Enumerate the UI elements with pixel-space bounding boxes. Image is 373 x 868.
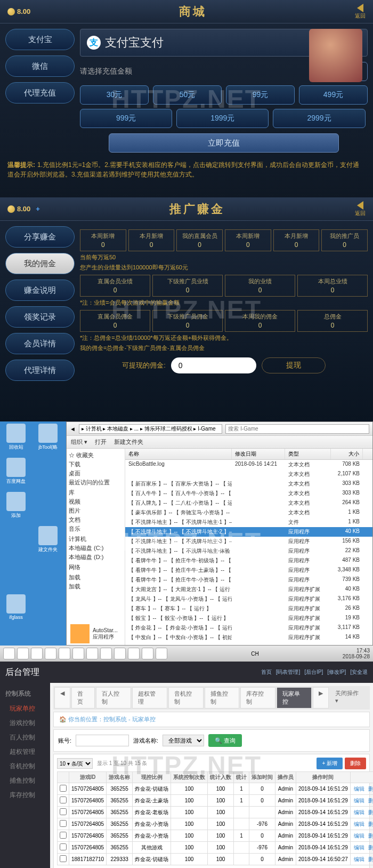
tree-item[interactable]: 库: [69, 488, 123, 497]
amount-30[interactable]: 30元: [80, 85, 149, 105]
tab-alipay[interactable]: 支付宝: [5, 29, 75, 50]
desktop-icon[interactable]: 添加: [2, 492, 30, 519]
filter-search-button[interactable]: 🔍 查询: [208, 734, 242, 747]
close-tabs[interactable]: 关闭操作 ▾: [330, 687, 369, 708]
file-row[interactable]: 【 豪车俱乐部 】-- 【 奔驰宝马·小资场 】-- 【 运行 】文本文档1 K…: [125, 508, 372, 517]
file-row[interactable]: 【 炸金花 】-- 【 炸金花·小资场 】-- 【 运行 】应用程序扩展3,11…: [125, 623, 372, 633]
amount-50[interactable]: 50元: [153, 85, 222, 105]
side-game-control[interactable]: 游戏控制: [0, 716, 50, 730]
table-row[interactable]: 18817182710229333炸金花·切磋场1001000Admin2018…: [58, 854, 374, 865]
amount-999[interactable]: 999元: [80, 109, 172, 128]
tab-player-control[interactable]: 玩家单控: [277, 687, 312, 708]
search-input[interactable]: [225, 424, 369, 434]
tab-agent[interactable]: 代理充值: [5, 82, 75, 103]
amount-499[interactable]: 499元: [299, 85, 368, 105]
side-fish-control[interactable]: 捕鱼控制: [0, 774, 50, 788]
table-row[interactable]: 15707264805365255炸金花·土豪场10010010Admin201…: [58, 795, 374, 807]
filter-account-input[interactable]: [76, 735, 129, 746]
file-row[interactable]: 【 看牌牛牛 】-- 【 抢庄牛牛·小资场 】-- 【 运行 】应用程序739 …: [125, 575, 372, 585]
stat-cell: 本周新增0: [80, 229, 126, 251]
tree-item[interactable]: 加载: [69, 573, 123, 582]
lang-indicator[interactable]: CH: [251, 651, 258, 657]
tree-item[interactable]: 计算机: [69, 535, 123, 544]
file-row[interactable]: 【 新百家乐 】-- 【 百家乐·大资场 】-- 【 运行 】文本文档303 K…: [125, 479, 372, 489]
tab-explain[interactable]: 赚金说明: [5, 280, 75, 301]
tree-item[interactable]: 下载: [69, 460, 123, 469]
tool-open[interactable]: 打开: [95, 438, 107, 446]
tab-agents[interactable]: 代理详情: [5, 360, 75, 381]
recharge-submit-button[interactable]: 立即充值: [109, 133, 339, 153]
tab-home[interactable]: 首页: [71, 687, 95, 708]
table-row[interactable]: 15707264805365255炸金花·小资场100100-976Admin2…: [58, 818, 374, 830]
side-player-control[interactable]: 玩家单控: [0, 702, 50, 716]
tree-item[interactable]: 加载: [69, 582, 123, 591]
character-avatar: [309, 29, 362, 82]
file-row[interactable]: 【 不洗牌斗地主 】-- 【 不洗牌斗地主·3 】-- 【 运行 】应用程序15…: [125, 537, 372, 546]
tab-commission[interactable]: 我的佣金: [5, 253, 75, 274]
file-row[interactable]: SicBoBattle.log2018-09-16 14:21文本文档708 K…: [125, 460, 372, 469]
file-row[interactable]: 【 看牌牛牛 】-- 【 抢庄牛牛·初级场 】-- 【 运行 】应用程序487 …: [125, 556, 372, 566]
file-row[interactable]: 【 骰宝 】-- 【 骰宝·小资场 】-- 【 运行 】应用程序扩展19 KB: [125, 614, 372, 623]
file-row[interactable]: 【 龙凤斗 】-- 【 龙凤斗·小资场 】-- 【 运行 】应用程序扩展3,17…: [125, 594, 372, 604]
nav-back-icon[interactable]: ◄: [70, 426, 76, 432]
desktop-icon[interactable]: 回收站: [2, 424, 30, 451]
file-row[interactable]: 【 赛车 】-- 【 赛车 】-- 【 运行 】应用程序扩展26 KB: [125, 604, 372, 614]
explorer-window[interactable]: ◄ 组织 ▾ 打开 新建文件夹 ☆ 收藏夹 下载 桌面 最近访问的位置库 视频 …: [66, 421, 373, 646]
tree-item[interactable]: 本地磁盘 (D:): [69, 553, 123, 562]
tree-item[interactable]: 图片: [69, 506, 123, 515]
file-row[interactable]: 【 看牌牛牛 】-- 【 抢庄牛牛·土豪场 】-- 【 停止 】应用程序3,34…: [125, 566, 372, 575]
tree-item[interactable]: 网络: [69, 563, 123, 572]
table-row[interactable]: 15707264805365255炸金花·老板场100100Admin2018-…: [58, 807, 374, 818]
page-size-select[interactable]: 10 ▾ 条/页: [57, 758, 93, 769]
desktop-icon[interactable]: 建文件夹: [34, 526, 62, 553]
table-row[interactable]: 15707264805365255炸金花·小资场10010010Admin201…: [58, 830, 374, 842]
tab-share[interactable]: 分享赚金: [5, 226, 75, 248]
side-stock-control[interactable]: 库存控制: [0, 788, 50, 802]
tool-organize[interactable]: 组织 ▾: [71, 438, 87, 446]
desktop-icon[interactable]: 百度网盘: [2, 458, 30, 485]
payment-tabs: 支付宝 微信 代理充值: [5, 29, 75, 153]
amount-2999[interactable]: 2999元: [273, 109, 365, 128]
file-row[interactable]: 【 不洗牌斗地主 】-- 【 不洗牌斗地主·2 】-- 【 运行 】应用程序40…: [125, 527, 372, 537]
file-row[interactable]: 【 大闹龙宫 】-- 【 大闹龙宫·1 】-- 【 运行 】应用程序扩展40 K…: [125, 585, 372, 594]
file-row[interactable]: 【 不洗牌斗地主 】-- 【 不洗牌斗地主·体验 】-- 【 运行 】应用程序2…: [125, 546, 372, 556]
tab-records[interactable]: 领奖记录: [5, 306, 75, 328]
tab-wechat[interactable]: 微信: [5, 55, 75, 77]
tree-item[interactable]: ☆ 收藏夹: [69, 451, 123, 460]
tree-item[interactable]: 本地磁盘 (C:): [69, 544, 123, 553]
start-button[interactable]: [3, 648, 15, 659]
back-button[interactable]: 返回: [355, 4, 366, 20]
withdraw-button[interactable]: 提现: [262, 357, 326, 373]
withdraw-input[interactable]: [171, 357, 256, 373]
address-bar[interactable]: [79, 424, 223, 434]
filter-game-select[interactable]: 全部游戏: [163, 735, 204, 746]
taskbar[interactable]: CH 17:432018-09-28: [0, 646, 373, 662]
file-row[interactable]: 【 不洗牌斗地主 】-- 【 不洗牌斗地主·1 】-- 【 运行 】文件1 KB: [125, 517, 372, 527]
amount-1999[interactable]: 1999元: [176, 109, 269, 128]
tree-item[interactable]: 文档: [69, 515, 123, 524]
desktop-icon[interactable]: ifglass: [2, 594, 30, 620]
delete-button[interactable]: 删除: [345, 758, 366, 769]
table-row[interactable]: 15707264805365255炸金花·切磋场10010010Admin201…: [58, 783, 374, 795]
add-button[interactable]: + 新增: [317, 758, 343, 769]
tool-newfolder[interactable]: 新建文件夹: [114, 438, 143, 446]
amount-99[interactable]: 99元: [226, 85, 295, 105]
side-bairen-control[interactable]: 百人控制: [0, 730, 50, 745]
tree-item[interactable]: 最近访问的位置: [69, 478, 123, 487]
tree-item[interactable]: 桌面: [69, 469, 123, 478]
table-row[interactable]: 15707264805365255其他游戏100100-976Admin2018…: [58, 842, 374, 854]
file-row[interactable]: 【 中发白 】-- 【 中发白·小资场 】-- 【 初始化 】应用程序扩展14 …: [125, 633, 372, 642]
file-list[interactable]: 名称修改日期类型大小 SicBoBattle.log2018-09-16 14:…: [125, 449, 372, 645]
file-row[interactable]: 【 百人牛牛 】-- 【 百人牛牛·小资场 】-- 【 运行 】文本文档303 …: [125, 489, 372, 498]
side-slot-control[interactable]: 音机控制: [0, 759, 50, 774]
side-priv-mgmt[interactable]: 超权管理: [0, 745, 50, 759]
nav-tree[interactable]: ☆ 收藏夹 下载 桌面 最近访问的位置库 视频 图片 文档 音乐计算机 本地磁盘…: [67, 449, 125, 645]
file-row[interactable]: 文本文档2,107 KB: [125, 469, 372, 479]
back-button[interactable]: 返回: [355, 201, 366, 217]
desktop-icon[interactable]: jbTool(略: [34, 424, 62, 451]
tree-item[interactable]: 音乐: [69, 524, 123, 533]
promo-panel: 8.00+ 推广赚金 返回 分享赚金 我的佣金 赚金说明 领奖记录 会员详情 代…: [0, 197, 373, 421]
file-row[interactable]: 【 百人牌九 】-- 【 二八杠·小资场 】-- 【 运行 】文本文档264 K…: [125, 498, 372, 508]
tree-item[interactable]: 视频: [69, 497, 123, 506]
tab-members[interactable]: 会员详情: [5, 333, 75, 354]
